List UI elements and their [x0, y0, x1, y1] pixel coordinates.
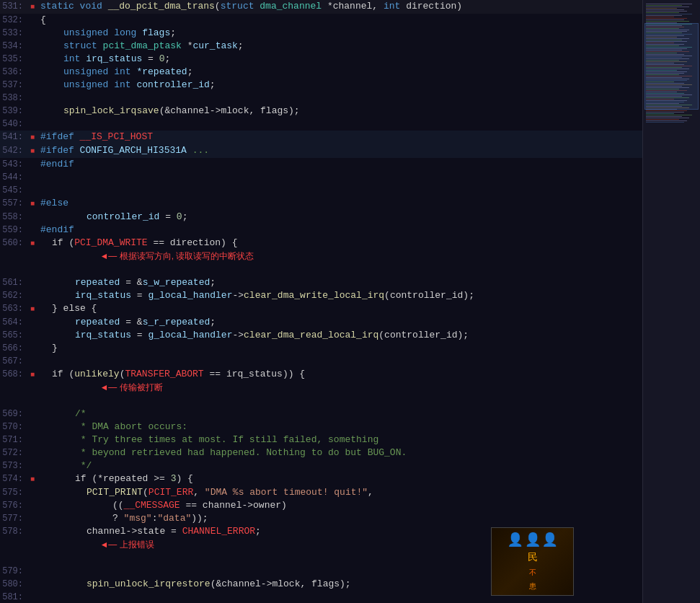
code-line-568: 568: ■ if (unlikely(TRANSFER_ABORT == ir… [0, 368, 642, 408]
code-line-557: 557: ■ #else [0, 197, 642, 211]
code-line-576: 576: ((__CMESSAGE == channel->owner) [0, 499, 642, 512]
code-line-533: 533: unsigned long flags; [0, 27, 642, 40]
code-line-544: 544: [0, 171, 642, 184]
code-line-535: 535: int irq_status = 0; [0, 53, 642, 66]
code-line-566: 566: } [0, 342, 642, 355]
code-line-542: 542: ■ #ifdef CONFIG_ARCH_HI3531A ... [0, 144, 642, 158]
fold-marker-542[interactable]: ■ [27, 145, 37, 158]
fold-marker-557[interactable]: ■ [27, 198, 37, 211]
code-line-569: 569: /* [0, 408, 642, 421]
fold-marker-574[interactable]: ■ [27, 473, 37, 486]
code-line-537: 537: unsigned int controller_id; [0, 79, 642, 92]
code-line-565: 565: irq_status = g_local_handler->clear… [0, 329, 642, 342]
code-line-531: 531: ■ static void __do_pcit_dma_trans(s… [0, 0, 642, 14]
code-line-570: 570: * DMA abort occurs: [0, 421, 642, 433]
code-line-563: 563: ■ } else { [0, 302, 642, 316]
code-line-562: 562: irq_status = g_local_handler->clear… [0, 289, 642, 302]
code-line-532: 532: { [0, 14, 642, 27]
code-line-561: 561: repeated = &s_w_repeated; [0, 276, 642, 289]
code-line-534: 534: struct pcit_dma_ptask *cur_task; [0, 40, 642, 53]
code-line-540: 540: [0, 118, 642, 131]
editor-container: 531: ■ static void __do_pcit_dma_trans(s… [0, 0, 700, 603]
fold-marker-560[interactable]: ■ [27, 237, 37, 250]
code-line-538: 538: [0, 92, 642, 105]
code-line-536: 536: unsigned int *repeated; [0, 66, 642, 79]
cartoon-image: 👤 👤 👤 民 不 患 [491, 527, 574, 596]
fold-marker-531[interactable]: ■ [27, 1, 37, 14]
code-line-574: 574: ■ if (*repeated >= 3) { [0, 472, 642, 486]
code-line-541: 541: ■ #ifdef __IS_PCI_HOST [0, 131, 642, 144]
fold-marker-563[interactable]: ■ [27, 303, 37, 316]
code-line-567: 567: [0, 355, 642, 368]
minimap-viewport [644, 23, 699, 110]
code-line-572: 572: * beyond retrieved had happened. No… [0, 446, 642, 459]
code-line-573: 573: */ [0, 459, 642, 472]
code-line-564: 564: repeated = &s_r_repeated; [0, 316, 642, 329]
code-line-571: 571: * Try three times at most. If still… [0, 433, 642, 446]
code-line-558: 558: controller_id = 0; [0, 211, 642, 224]
fold-marker-568[interactable]: ■ [27, 369, 37, 382]
code-line-539: 539: spin_lock_irqsave(&channel->mlock, … [0, 105, 642, 118]
minimap-content [643, 0, 700, 147]
code-line-560: 560: ■ if (PCI_DMA_WRITE == direction) {… [0, 237, 642, 276]
code-line-543: 543: #endif [0, 158, 642, 171]
code-line-577: 577: ? "msg":"data")); [0, 512, 642, 525]
minimap[interactable] [642, 0, 700, 603]
code-area[interactable]: 531: ■ static void __do_pcit_dma_trans(s… [0, 0, 642, 603]
fold-marker-541[interactable]: ■ [27, 131, 37, 144]
code-line-559: 559: #endif [0, 224, 642, 237]
code-line-575: 575: PCIT_PRINT(PCIT_ERR, "DMA %s abort … [0, 486, 642, 499]
code-line-545: 545: [0, 184, 642, 197]
